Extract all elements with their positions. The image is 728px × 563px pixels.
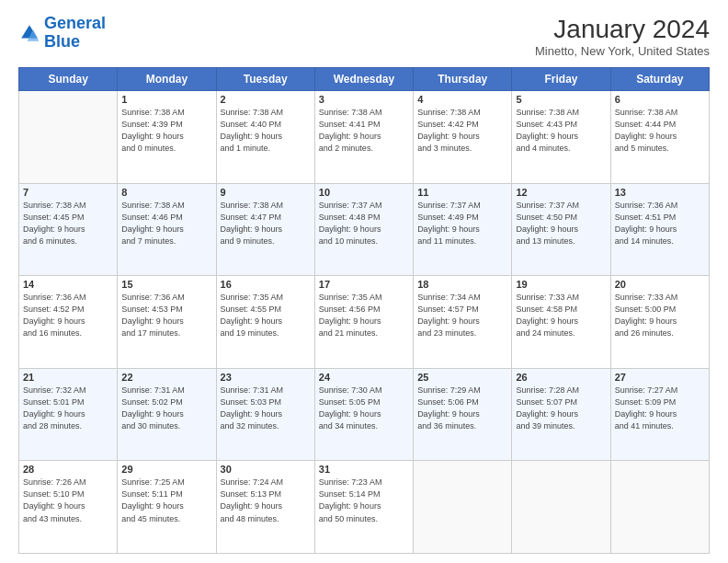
col-tuesday: Tuesday (216, 68, 314, 91)
col-wednesday: Wednesday (314, 68, 413, 91)
logo-icon (18, 22, 40, 44)
col-monday: Monday (118, 68, 216, 91)
day-info: Sunrise: 7:38 AMSunset: 4:40 PMDaylight:… (221, 107, 311, 155)
calendar-cell (610, 461, 709, 554)
day-number: 27 (615, 372, 705, 383)
calendar-cell: 25Sunrise: 7:29 AMSunset: 5:06 PMDayligh… (414, 368, 512, 461)
calendar-cell: 22Sunrise: 7:31 AMSunset: 5:02 PMDayligh… (118, 368, 216, 461)
logo: General Blue (18, 15, 106, 52)
day-number: 4 (417, 94, 507, 105)
calendar-cell: 5Sunrise: 7:38 AMSunset: 4:43 PMDaylight… (512, 91, 610, 184)
month-title: January 2024 (535, 15, 710, 44)
calendar-week-row: 7Sunrise: 7:38 AMSunset: 4:45 PMDaylight… (19, 183, 710, 276)
day-info: Sunrise: 7:38 AMSunset: 4:45 PMDaylight:… (23, 200, 113, 247)
calendar-cell: 29Sunrise: 7:25 AMSunset: 5:11 PMDayligh… (118, 461, 216, 554)
day-number: 10 (319, 187, 409, 198)
calendar-cell: 17Sunrise: 7:35 AMSunset: 4:56 PMDayligh… (314, 276, 413, 369)
day-number: 28 (23, 464, 113, 475)
day-number: 24 (319, 372, 409, 383)
calendar-cell: 9Sunrise: 7:38 AMSunset: 4:47 PMDaylight… (216, 183, 314, 276)
calendar-cell: 20Sunrise: 7:33 AMSunset: 5:00 PMDayligh… (610, 276, 709, 369)
day-info: Sunrise: 7:35 AMSunset: 4:56 PMDaylight:… (319, 292, 409, 339)
calendar-cell: 19Sunrise: 7:33 AMSunset: 4:58 PMDayligh… (512, 276, 610, 369)
day-info: Sunrise: 7:36 AMSunset: 4:51 PMDaylight:… (615, 200, 705, 247)
calendar-cell (512, 461, 610, 554)
day-info: Sunrise: 7:37 AMSunset: 4:48 PMDaylight:… (319, 200, 409, 247)
calendar-cell: 1Sunrise: 7:38 AMSunset: 4:39 PMDaylight… (118, 91, 216, 184)
calendar-cell (414, 461, 512, 554)
day-number: 30 (221, 464, 311, 475)
calendar-week-row: 21Sunrise: 7:32 AMSunset: 5:01 PMDayligh… (19, 368, 710, 461)
day-number: 22 (121, 372, 211, 383)
day-info: Sunrise: 7:25 AMSunset: 5:11 PMDaylight:… (121, 477, 211, 524)
calendar-table: Sunday Monday Tuesday Wednesday Thursday… (18, 67, 710, 554)
day-number: 15 (121, 279, 211, 290)
calendar-week-row: 14Sunrise: 7:36 AMSunset: 4:52 PMDayligh… (19, 276, 710, 369)
calendar-cell: 12Sunrise: 7:37 AMSunset: 4:50 PMDayligh… (512, 183, 610, 276)
day-info: Sunrise: 7:31 AMSunset: 5:03 PMDaylight:… (221, 385, 311, 432)
calendar-cell (19, 91, 118, 184)
day-number: 26 (516, 372, 606, 383)
col-thursday: Thursday (414, 68, 512, 91)
day-info: Sunrise: 7:27 AMSunset: 5:09 PMDaylight:… (615, 385, 705, 432)
day-number: 1 (121, 94, 211, 105)
day-number: 8 (121, 187, 211, 198)
day-info: Sunrise: 7:35 AMSunset: 4:55 PMDaylight:… (221, 292, 311, 339)
day-number: 25 (417, 372, 507, 383)
day-number: 14 (23, 279, 113, 290)
day-info: Sunrise: 7:26 AMSunset: 5:10 PMDaylight:… (23, 477, 113, 524)
day-number: 19 (516, 279, 606, 290)
calendar-cell: 8Sunrise: 7:38 AMSunset: 4:46 PMDaylight… (118, 183, 216, 276)
day-info: Sunrise: 7:28 AMSunset: 5:07 PMDaylight:… (516, 385, 606, 432)
header: General Blue January 2024 Minetto, New Y… (18, 15, 710, 58)
day-info: Sunrise: 7:34 AMSunset: 4:57 PMDaylight:… (417, 292, 507, 339)
col-saturday: Saturday (610, 68, 709, 91)
day-number: 23 (221, 372, 311, 383)
day-number: 11 (417, 187, 507, 198)
col-sunday: Sunday (19, 68, 118, 91)
calendar-cell: 6Sunrise: 7:38 AMSunset: 4:44 PMDaylight… (610, 91, 709, 184)
calendar-cell: 3Sunrise: 7:38 AMSunset: 4:41 PMDaylight… (314, 91, 413, 184)
logo-line2: Blue (44, 32, 80, 51)
day-info: Sunrise: 7:29 AMSunset: 5:06 PMDaylight:… (417, 385, 507, 432)
day-info: Sunrise: 7:36 AMSunset: 4:52 PMDaylight:… (23, 292, 113, 339)
day-info: Sunrise: 7:38 AMSunset: 4:44 PMDaylight:… (615, 107, 705, 155)
calendar-cell: 7Sunrise: 7:38 AMSunset: 4:45 PMDaylight… (19, 183, 118, 276)
day-info: Sunrise: 7:38 AMSunset: 4:47 PMDaylight:… (221, 200, 311, 247)
calendar-cell: 11Sunrise: 7:37 AMSunset: 4:49 PMDayligh… (414, 183, 512, 276)
day-info: Sunrise: 7:33 AMSunset: 4:58 PMDaylight:… (516, 292, 606, 339)
day-number: 17 (319, 279, 409, 290)
day-number: 20 (615, 279, 705, 290)
calendar-cell: 24Sunrise: 7:30 AMSunset: 5:05 PMDayligh… (314, 368, 413, 461)
calendar-header-row: Sunday Monday Tuesday Wednesday Thursday… (19, 68, 710, 91)
day-info: Sunrise: 7:24 AMSunset: 5:13 PMDaylight:… (221, 477, 311, 524)
logo-text: General Blue (44, 15, 106, 52)
day-number: 5 (516, 94, 606, 105)
day-info: Sunrise: 7:37 AMSunset: 4:50 PMDaylight:… (516, 200, 606, 247)
day-info: Sunrise: 7:31 AMSunset: 5:02 PMDaylight:… (121, 385, 211, 432)
day-info: Sunrise: 7:23 AMSunset: 5:14 PMDaylight:… (319, 477, 409, 524)
logo-line1: General (44, 14, 106, 32)
calendar-cell: 26Sunrise: 7:28 AMSunset: 5:07 PMDayligh… (512, 368, 610, 461)
day-number: 21 (23, 372, 113, 383)
day-number: 7 (23, 187, 113, 198)
calendar-cell: 16Sunrise: 7:35 AMSunset: 4:55 PMDayligh… (216, 276, 314, 369)
day-number: 3 (319, 94, 409, 105)
calendar-cell: 18Sunrise: 7:34 AMSunset: 4:57 PMDayligh… (414, 276, 512, 369)
calendar-cell: 27Sunrise: 7:27 AMSunset: 5:09 PMDayligh… (610, 368, 709, 461)
calendar-cell: 10Sunrise: 7:37 AMSunset: 4:48 PMDayligh… (314, 183, 413, 276)
day-number: 2 (221, 94, 311, 105)
day-info: Sunrise: 7:38 AMSunset: 4:43 PMDaylight:… (516, 107, 606, 155)
day-number: 16 (221, 279, 311, 290)
day-number: 6 (615, 94, 705, 105)
col-friday: Friday (512, 68, 610, 91)
day-info: Sunrise: 7:37 AMSunset: 4:49 PMDaylight:… (417, 200, 507, 247)
calendar-cell: 14Sunrise: 7:36 AMSunset: 4:52 PMDayligh… (19, 276, 118, 369)
calendar-cell: 15Sunrise: 7:36 AMSunset: 4:53 PMDayligh… (118, 276, 216, 369)
calendar-cell: 21Sunrise: 7:32 AMSunset: 5:01 PMDayligh… (19, 368, 118, 461)
calendar-cell: 30Sunrise: 7:24 AMSunset: 5:13 PMDayligh… (216, 461, 314, 554)
day-info: Sunrise: 7:38 AMSunset: 4:42 PMDaylight:… (417, 107, 507, 155)
day-info: Sunrise: 7:38 AMSunset: 4:41 PMDaylight:… (319, 107, 409, 155)
calendar-week-row: 1Sunrise: 7:38 AMSunset: 4:39 PMDaylight… (19, 91, 710, 184)
calendar-cell: 2Sunrise: 7:38 AMSunset: 4:40 PMDaylight… (216, 91, 314, 184)
